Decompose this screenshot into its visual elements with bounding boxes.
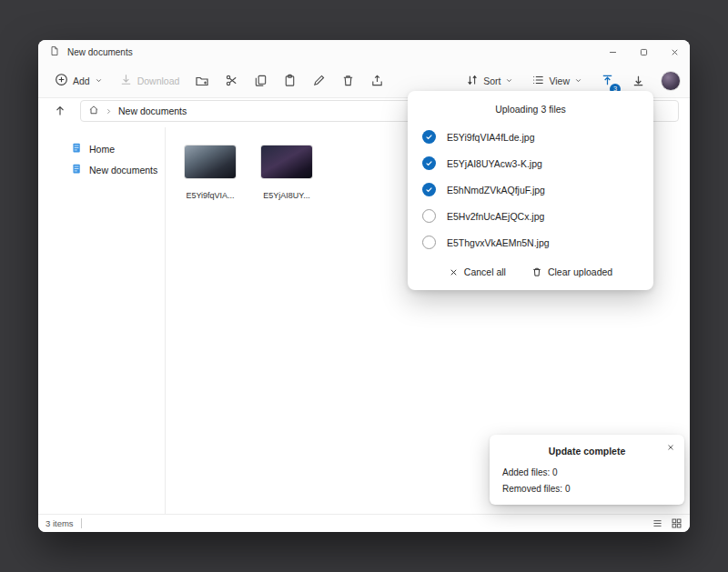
sort-button[interactable]: Sort: [459, 69, 521, 93]
sidebar-item-label: New documents: [89, 165, 157, 176]
trash-icon: [531, 266, 542, 277]
chevron-down-icon: [95, 76, 103, 85]
documents-folder-icon: [71, 163, 83, 176]
sort-icon: [466, 74, 479, 88]
new-folder-icon: [195, 74, 209, 88]
file-tile[interactable]: E5Yi9fqVIA...: [180, 146, 240, 200]
close-icon: [666, 443, 675, 452]
share-icon: [370, 74, 384, 87]
download-arrow-icon: [632, 74, 645, 87]
rename-button[interactable]: [305, 68, 332, 94]
upload-item-name: E5ThgvxVkAEMn5N.jpg: [447, 237, 550, 248]
x-icon: [449, 267, 459, 277]
upload-item-name: E5hNmdZVkAQfjuF.jpg: [447, 185, 545, 196]
pending-circle-icon: [422, 209, 436, 223]
check-circle-icon: [422, 130, 436, 144]
upload-item-name: E5Hv2fnUcAEjQCx.jpg: [447, 211, 544, 222]
copy-button[interactable]: [247, 68, 274, 94]
status-divider: [81, 518, 82, 528]
upload-panel-title: Uploading 3 files: [422, 104, 639, 115]
toast-title: Update complete: [502, 446, 672, 457]
file-thumbnail: [185, 146, 236, 178]
user-avatar[interactable]: [661, 71, 681, 91]
window-controls: [597, 40, 690, 64]
check-circle-icon: [422, 156, 436, 170]
add-icon: [55, 73, 68, 88]
sidebar-item-home[interactable]: Home: [38, 138, 165, 159]
sort-label: Sort: [483, 75, 500, 86]
toast-removed-line: Removed files: 0: [502, 484, 672, 494]
upload-item-name: E5Yi9fqVIA4fLde.jpg: [447, 132, 535, 143]
check-circle-icon: [422, 183, 436, 196]
upload-item: E5Hv2fnUcAEjQCx.jpg: [422, 203, 639, 229]
cancel-all-label: Cancel all: [464, 266, 506, 277]
home-folder-icon: [71, 142, 83, 156]
upload-progress-panel: Uploading 3 files E5Yi9fqVIA4fLde.jpg E5…: [408, 91, 653, 290]
rename-icon: [312, 74, 326, 87]
download-button[interactable]: Download: [112, 68, 187, 93]
upload-progress-button[interactable]: 3: [593, 68, 621, 94]
add-label: Add: [73, 75, 90, 86]
view-label: View: [549, 75, 570, 86]
upload-item-name: E5YjAI8UYAcw3-K.jpg: [447, 158, 542, 169]
cut-icon: [225, 74, 238, 87]
upload-item: E5YjAI8UYAcw3-K.jpg: [422, 150, 639, 176]
new-folder-button[interactable]: [188, 68, 216, 94]
titlebar: New documents: [38, 40, 690, 64]
upload-item: E5ThgvxVkAEMn5N.jpg: [422, 229, 639, 256]
delete-icon: [341, 74, 355, 87]
cancel-all-button[interactable]: Cancel all: [449, 266, 506, 277]
status-bar: 3 items: [38, 514, 690, 532]
app-window: New documents Add Download: [38, 40, 690, 532]
sidebar: Home New documents: [38, 127, 166, 514]
sidebar-item-new-documents[interactable]: New documents: [38, 159, 165, 180]
home-icon: [88, 105, 99, 117]
window-title: New documents: [67, 47, 133, 57]
minimize-button[interactable]: [597, 40, 628, 64]
details-view-icon[interactable]: [652, 517, 663, 529]
window-document-icon: [49, 45, 60, 58]
file-thumbnail: [261, 146, 312, 178]
view-toggles: [652, 517, 682, 529]
chevron-down-icon: [574, 76, 582, 85]
chevron-right-icon: [105, 107, 113, 115]
paste-icon: [283, 74, 297, 87]
download-icon: [119, 73, 133, 88]
delete-button[interactable]: [334, 68, 361, 94]
view-button[interactable]: View: [524, 69, 590, 93]
breadcrumb-current[interactable]: New documents: [118, 105, 187, 116]
close-button[interactable]: [659, 40, 690, 64]
share-button[interactable]: [363, 68, 390, 94]
file-name: E5Yi9fqVIA...: [186, 191, 234, 200]
item-count: 3 items: [46, 518, 74, 528]
view-icon: [531, 74, 544, 88]
toolbar-right-group: Sort View 3: [459, 68, 681, 94]
copy-icon: [254, 74, 268, 87]
arrow-up-icon: [54, 105, 66, 117]
desktop-background: { "window": { "title": "New documents" }…: [0, 0, 728, 572]
toast-close-button[interactable]: [666, 443, 675, 452]
download-label: Download: [137, 75, 180, 86]
update-toast: Update complete Added files: 0 Removed f…: [490, 435, 684, 505]
chevron-down-icon: [505, 76, 513, 85]
file-name: E5YjAI8UY...: [263, 191, 309, 200]
add-button[interactable]: Add: [47, 68, 110, 93]
upload-panel-actions: Cancel all Clear uploaded: [422, 266, 639, 277]
clear-uploaded-label: Clear uploaded: [548, 266, 612, 277]
file-tile[interactable]: E5YjAI8UY...: [257, 146, 317, 200]
paste-button[interactable]: [276, 68, 303, 94]
pending-circle-icon: [422, 236, 436, 249]
upload-item: E5Yi9fqVIA4fLde.jpg: [422, 124, 639, 150]
sidebar-item-label: Home: [89, 144, 115, 155]
upload-item: E5hNmdZVkAQfjuF.jpg: [422, 176, 639, 203]
clear-uploaded-button[interactable]: Clear uploaded: [531, 266, 612, 277]
thumbnails-view-icon[interactable]: [671, 517, 682, 529]
cut-button[interactable]: [217, 68, 245, 94]
maximize-button[interactable]: [628, 40, 659, 64]
toast-added-line: Added files: 0: [502, 467, 672, 477]
downloads-button[interactable]: [624, 68, 652, 94]
navigate-up-button[interactable]: [49, 100, 71, 122]
